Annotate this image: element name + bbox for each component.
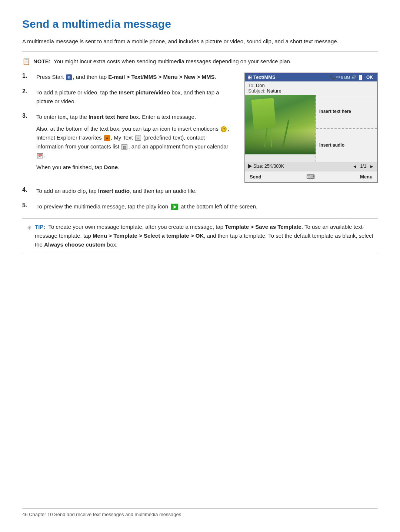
step-2: 2. To add a picture or video, tap the In… [22,88,233,106]
grass-1 [264,121,269,147]
step-3-num: 3. [22,113,30,119]
to-label: To: [248,83,256,88]
subject-label: Subject: [248,88,267,94]
steps-section: 1. Press Start ⊞, and then tap E-mail > … [22,73,378,183]
grass-2 [269,125,272,147]
page-number: 1/1 [360,164,366,169]
footer: 46 Chapter 10 Send and receive text mess… [22,508,378,517]
step-5-num: 5. [22,202,30,209]
size-text: Size: 25K/300K [253,164,284,169]
tip-block: ☀ TIP: To create your own message templa… [22,218,378,253]
steps-lower: 4. To add an audio clip, tap Insert audi… [22,187,378,211]
phone-status-bar: Size: 25K/300K ◄ 1/1 ► [245,162,377,171]
play-icon [171,204,178,210]
step-3: 3. To enter text, tap the Insert text he… [22,113,233,175]
start-icon: ⊞ [66,74,72,80]
note-text: NOTE: You might incur extra costs when s… [33,57,291,66]
calendar-icon: 📅 [37,153,43,158]
email-icon: ✉ [336,75,340,80]
page-title: Send a multimedia message [22,18,378,30]
phone-bottom-bar: Send ⌨ Menu [245,171,377,182]
step-1: 1. Press Start ⊞, and then tap E-mail > … [22,73,233,81]
insert-audio-btn[interactable]: Insert audio [316,129,377,162]
note-body: You might incur extra costs when sending… [54,58,291,64]
next-arrow[interactable]: ► [369,164,374,169]
tip-icon: ☀ [27,223,32,233]
play-triangle-icon [248,164,252,168]
prev-arrow[interactable]: ◄ [353,164,357,169]
step-3-content: To enter text, tap the Insert text here … [36,113,233,175]
send-button[interactable]: Send [250,174,261,180]
keyboard-icon[interactable]: ⌨ [306,173,315,180]
tip-content: TIP: To create your own message template… [35,222,373,249]
phone-header: To: Don Subject: Nature [245,81,377,95]
phone-screen: ⊞ Text/MMS 📞 ✉ 8 BG 🔊 ▐▌ OK To: Don [244,73,378,183]
step-4: 4. To add an audio clip, tap Insert audi… [22,187,378,195]
phone-title-bar: ⊞ Text/MMS 📞 ✉ 8 BG 🔊 ▐▌ OK [245,73,377,81]
voicemail-icon: 📞 [330,75,335,80]
phone-title-text: Text/MMS [253,74,276,80]
menu-button[interactable]: Menu [360,174,373,180]
subject-line: Subject: Nature [248,88,374,94]
divider-1 [22,51,378,52]
note-block: 📋 NOTE: You might incur extra costs when… [22,57,378,66]
favorites-icon: ★ [104,135,110,141]
step-4-num: 4. [22,187,30,193]
signal-icon: BG [344,75,350,80]
to-value: Don [256,83,265,88]
phone-title-left: ⊞ Text/MMS [247,74,276,80]
note-label: NOTE: [33,58,51,64]
step-2-content: To add a picture or video, tap the Inser… [36,88,233,106]
ok-button[interactable]: OK [364,74,375,80]
phone-body: Insert text here Insert audio [245,95,377,162]
grass-3 [282,120,290,147]
phone-image [245,95,316,154]
pagination: ◄ 1/1 ► [353,164,374,169]
tip-label: TIP: [35,224,45,230]
sound-icon: 🔊 [351,75,356,80]
step-2-num: 2. [22,88,30,95]
insert-text-btn[interactable]: Insert text here [316,95,377,129]
steps-left: 1. Press Start ⊞, and then tap E-mail > … [22,73,233,183]
subject-value: Nature [267,88,281,94]
to-line: To: Don [248,83,374,88]
step-5: 5. To preview the multimedia message, ta… [22,202,378,211]
phone-screenshot: ⊞ Text/MMS 📞 ✉ 8 BG 🔊 ▐▌ OK To: Don [244,73,378,183]
mytext-icon: ≡ [135,135,141,141]
step-5-content: To preview the multimedia message, tap t… [36,202,378,211]
phone-title-icons: 📞 ✉ 8 BG 🔊 ▐▌ OK [330,74,375,80]
step-1-content: Press Start ⊞, and then tap E-mail > Tex… [36,73,233,81]
phone-windows-icon: ⊞ [247,74,252,80]
intro-text: A multimedia message is sent to and from… [22,37,378,46]
phone-status-left: Size: 25K/300K [248,164,284,169]
note-icon: 📋 [22,57,30,66]
contacts-icon: ▤ [121,144,127,150]
step-4-content: To add an audio clip, tap Insert audio, … [36,187,378,195]
emoticons-icon: 😊 [221,126,227,132]
step-1-num: 1. [22,73,30,79]
phone-sidebar: Insert text here Insert audio [316,95,377,162]
bluetooth-icon: 8 [341,75,343,80]
battery-icon: ▐▌ [357,75,363,80]
